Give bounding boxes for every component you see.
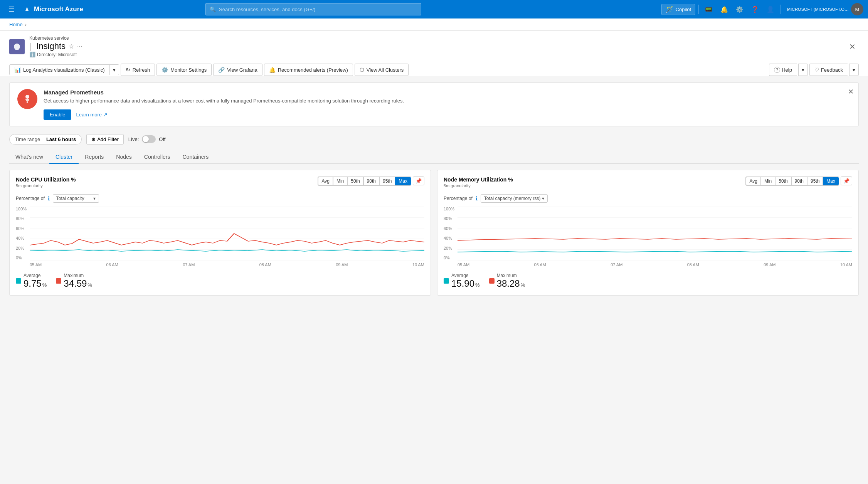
memory-percentage-dropdown[interactable]: Total capacity (memory rss) ▾ (481, 194, 548, 203)
view-selector[interactable]: 📊 Log Analytics visualizations (Classic)… (9, 64, 119, 75)
user-account-button[interactable]: MICROSOFT (MICROSOFT.ONMI... M (787, 3, 863, 15)
banner-content: Managed Prometheus Get access to higher … (44, 89, 851, 120)
feedback-button[interactable]: ♡ Feedback (809, 64, 848, 76)
recommended-alerts-button[interactable]: 🔔 Recommended alerts (Preview) (264, 64, 353, 76)
settings-button[interactable]: ⚙️ (733, 2, 747, 16)
cpu-info-icon[interactable]: ℹ (48, 195, 50, 202)
tab-reports[interactable]: Reports (79, 151, 110, 164)
memory-chart-subtitle: 5m granularity (444, 183, 513, 188)
live-toggle[interactable] (142, 135, 156, 143)
page-header: Kubernetes service | Insights ☆ ··· ℹ️ D… (0, 31, 868, 76)
tab-controllers[interactable]: Controllers (138, 151, 177, 164)
memory-x-axis: 05 AM 06 AM 07 AM 08 AM 09 AM 10 AM (458, 262, 852, 267)
hamburger-menu-button[interactable]: ☰ (5, 2, 19, 16)
feedback-nav-button[interactable]: 👤 (764, 2, 777, 16)
live-state-label: Off (159, 136, 165, 142)
close-button[interactable]: ✕ (846, 40, 859, 53)
prometheus-banner: Managed Prometheus Get access to higher … (9, 82, 859, 126)
memory-50th-button[interactable]: 50th (775, 177, 791, 185)
cpu-chart-area: 100% 80% 60% 40% 20% 0% (16, 207, 424, 268)
svg-rect-5 (27, 101, 28, 103)
tab-cluster[interactable]: Cluster (49, 151, 79, 164)
cpu-percentage-dropdown[interactable]: Total capacity ▾ (53, 194, 99, 203)
help-question-icon: ? (774, 67, 780, 73)
breadcrumb-separator: › (25, 22, 27, 27)
live-label: Live: (128, 136, 139, 142)
nav-divider-2 (781, 5, 781, 14)
view-grafana-button[interactable]: 🔗 View Grafana (213, 64, 262, 76)
memory-max-legend: Maximum 38.28 % (489, 273, 525, 289)
enable-button[interactable]: Enable (44, 109, 71, 120)
toolbar: 📊 Log Analytics visualizations (Classic)… (9, 61, 859, 76)
toggle-thumb (143, 136, 149, 142)
banner-close-button[interactable]: ✕ (848, 87, 854, 96)
memory-dropdown-arrow-icon: ▾ (542, 196, 544, 201)
cpu-max-color (56, 278, 61, 284)
help-button[interactable]: ❓ (748, 2, 762, 16)
star-icon[interactable]: ☆ (69, 43, 74, 50)
azure-logo[interactable]: Microsoft Azure (23, 5, 83, 13)
copilot-button[interactable]: 🪄 Copilot (661, 4, 695, 15)
banner-description: Get access to higher performance data an… (44, 97, 851, 105)
view-selector-caret[interactable]: ▾ (110, 65, 119, 75)
memory-chart-title: Node Memory Utilization % (444, 176, 513, 183)
learn-more-link[interactable]: Learn more ↗ (76, 112, 107, 118)
banner-actions: Enable Learn more ↗ (44, 109, 851, 120)
nav-divider (698, 5, 699, 14)
memory-avg-button[interactable]: Avg (746, 177, 760, 185)
cpu-max-legend: Maximum 34.59 % (56, 273, 92, 289)
cpu-stat-buttons: Avg Min 50th 90th 95th Max (318, 176, 411, 186)
tabs-navigation: What's new Cluster Reports Nodes Control… (9, 151, 859, 164)
memory-percentage-row: Percentage of ℹ Total capacity (memory r… (444, 194, 852, 203)
memory-chart-area: 100% 80% 60% 40% 20% 0% (444, 207, 852, 268)
nav-icons: 🪄 Copilot 📟 🔔 ⚙️ ❓ 👤 MICROSOFT (MICROSOF… (661, 2, 863, 16)
search-bar[interactable]: 🔍 (205, 3, 421, 15)
monitor-settings-button[interactable]: ⚙️ Monitor Settings (156, 64, 212, 76)
help-caret-button[interactable]: ▾ (798, 64, 808, 76)
cpu-50th-button[interactable]: 50th (347, 177, 363, 185)
cloud-shell-button[interactable]: 📟 (702, 2, 716, 16)
memory-95th-button[interactable]: 95th (807, 177, 823, 185)
tab-whats-new[interactable]: What's new (9, 151, 49, 164)
cpu-chart-svg (30, 207, 424, 260)
memory-max-button[interactable]: Max (823, 177, 839, 185)
toolbar-right: ? Help ▾ ♡ Feedback ▾ (769, 64, 859, 76)
cpu-y-axis: 100% 80% 60% 40% 20% 0% (16, 207, 30, 268)
search-input[interactable] (219, 7, 417, 12)
more-options-icon[interactable]: ··· (77, 43, 82, 50)
cpu-95th-button[interactable]: 95th (379, 177, 395, 185)
view-all-clusters-button[interactable]: ⬡ View All Clusters (355, 64, 409, 76)
cpu-90th-button[interactable]: 90th (363, 177, 379, 185)
cpu-percentage-row: Percentage of ℹ Total capacity ▾ (16, 194, 424, 203)
cpu-avg-button[interactable]: Avg (318, 177, 333, 185)
help-dropdown-button[interactable]: ? Help (769, 64, 797, 76)
breadcrumb-home[interactable]: Home (9, 22, 23, 27)
memory-info-icon[interactable]: ℹ (476, 195, 478, 202)
feedback-caret-button[interactable]: ▾ (849, 64, 859, 76)
cpu-avg-color (16, 278, 21, 284)
refresh-button[interactable]: ↻ Refresh (121, 64, 155, 76)
notifications-button[interactable]: 🔔 (717, 2, 731, 16)
memory-utilization-chart: Node Memory Utilization % 5m granularity… (437, 170, 859, 296)
memory-pin-button[interactable]: 📌 (841, 176, 852, 185)
memory-chart-header: Node Memory Utilization % 5m granularity… (444, 176, 852, 193)
memory-90th-button[interactable]: 90th (791, 177, 807, 185)
external-link-icon: ↗ (103, 112, 108, 118)
tab-nodes[interactable]: Nodes (110, 151, 138, 164)
settings-gear-icon: ⚙️ (161, 67, 168, 73)
add-filter-button[interactable]: ⊕ Add Filter (86, 134, 124, 145)
view-selector-main[interactable]: 📊 Log Analytics visualizations (Classic) (10, 65, 110, 75)
memory-chart-svg (458, 207, 852, 260)
memory-stat-buttons: Avg Min 50th 90th 95th Max (745, 176, 839, 186)
tab-containers[interactable]: Containers (176, 151, 215, 164)
memory-min-button[interactable]: Min (761, 177, 775, 185)
cpu-pin-button[interactable]: 📌 (413, 176, 424, 185)
alert-icon: 🔔 (269, 67, 276, 73)
live-toggle-section: Live: Off (128, 135, 166, 143)
cpu-max-button[interactable]: Max (395, 177, 411, 185)
cpu-x-axis: 05 AM 06 AM 07 AM 08 AM 09 AM 10 AM (30, 262, 424, 267)
clusters-icon: ⬡ (360, 67, 364, 73)
page-title-section: Kubernetes service | Insights ☆ ··· ℹ️ D… (29, 35, 82, 57)
time-range-filter[interactable]: Time range = Last 6 hours (9, 134, 82, 145)
cpu-min-button[interactable]: Min (333, 177, 347, 185)
